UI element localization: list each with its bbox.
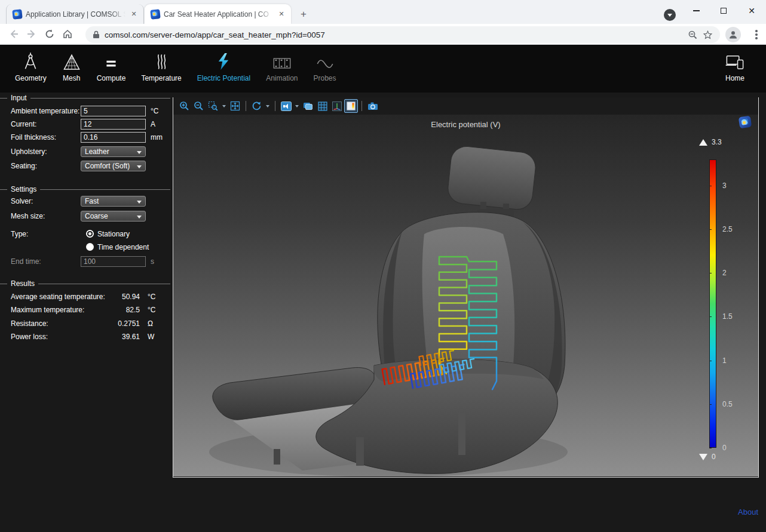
toolbar-item-label: Animation	[266, 74, 298, 82]
toolbar-item-mesh[interactable]: Mesh	[54, 51, 89, 82]
result-row: Power loss: 39.61 W	[0, 331, 172, 342]
zoom-indicator-icon[interactable]	[688, 30, 698, 40]
tab-close-icon[interactable]: ✕	[277, 10, 286, 19]
default-view-icon[interactable]	[250, 99, 263, 113]
colorbar-tick: 3	[722, 182, 727, 190]
field-unit: s	[151, 256, 154, 267]
dropdown-value: Comfort (Soft)	[85, 161, 130, 171]
profile-avatar[interactable]	[725, 27, 741, 42]
radio-label: Stationary	[97, 229, 130, 239]
probes-wave-icon	[316, 51, 334, 71]
grid-icon[interactable]	[315, 99, 329, 113]
toolbar-item-probes[interactable]: Probes	[306, 51, 344, 82]
radio-label: Time dependent	[97, 242, 149, 253]
toolbar-item-label: Electric Potential	[197, 74, 250, 82]
scene-light-icon[interactable]	[279, 99, 293, 113]
zoom-box-dropdown-icon[interactable]	[220, 99, 228, 113]
result-unit: W	[148, 331, 154, 342]
zoom-extents-icon[interactable]	[228, 99, 242, 113]
result-unit: Ω	[148, 318, 153, 329]
sidebar-form: Input Ambient temperature: °C Current: A…	[0, 93, 172, 532]
tab-search-icon[interactable]	[664, 9, 676, 21]
section-title: Settings	[11, 185, 36, 193]
field-row-seating: Seating: Comfort (Soft)	[0, 161, 172, 171]
colorbar-tick: 2.5	[722, 225, 733, 233]
axes-orientation-icon[interactable]	[330, 99, 344, 113]
field-unit: A	[151, 119, 155, 130]
electric-bolt-icon	[215, 51, 232, 71]
field-row-upholstery: Upholstery: Leather	[0, 146, 172, 157]
field-label: Seating:	[11, 161, 37, 171]
home-icon[interactable]	[59, 25, 76, 43]
snapshot-camera-icon[interactable]	[366, 99, 379, 113]
car-seat-3d-model	[173, 115, 758, 476]
field-row-type: Type: Stationary	[0, 229, 172, 239]
tab-car-seat-heater[interactable]: Car Seat Heater Application | CO ✕	[145, 4, 291, 24]
window-maximize-button[interactable]	[710, 0, 737, 21]
toolbar-item-temperature[interactable]: Temperature	[133, 51, 189, 82]
section-header-results: Results	[0, 279, 170, 288]
tab-application-library[interactable]: Application Library | COMSOL Se ✕	[6, 4, 144, 24]
colorbar-tick: 2	[722, 269, 727, 277]
temperature-waves-icon	[153, 51, 170, 71]
lock-icon	[93, 30, 100, 39]
solver-dropdown[interactable]: Fast	[81, 196, 146, 207]
field-label: End time:	[11, 256, 41, 267]
bookmark-star-icon[interactable]	[703, 30, 713, 40]
graphics-canvas[interactable]: Electric potential (V)	[173, 115, 758, 476]
seating-dropdown[interactable]: Comfort (Soft)	[81, 161, 146, 171]
toolbar-item-home[interactable]: Home	[717, 51, 753, 82]
colorbar-tick: 1	[722, 356, 727, 365]
graphics-panel: Electric potential (V)	[173, 97, 759, 478]
colorbar-tick: 0.5	[722, 400, 733, 408]
scene-light-dropdown-icon[interactable]	[293, 99, 301, 113]
window-minimize-button[interactable]	[683, 0, 709, 21]
field-row-mesh-size: Mesh size: Coarse	[0, 211, 172, 222]
result-value: 39.61	[90, 331, 140, 342]
radio-stationary[interactable]	[86, 230, 94, 238]
toolbar-item-animation[interactable]: Animation	[258, 51, 305, 82]
tab-close-icon[interactable]: ✕	[129, 10, 139, 19]
section-title: Results	[11, 279, 35, 288]
toolbar-item-electric-potential[interactable]: Electric Potential	[189, 51, 258, 82]
browser-menu-icon[interactable]	[749, 27, 764, 42]
toolbar-item-compute[interactable]: Compute	[89, 51, 134, 82]
window-close-button[interactable]: ✕	[739, 0, 765, 21]
min-triangle-icon	[699, 454, 707, 460]
result-row: Resistance: 0.2751 Ω	[0, 318, 172, 329]
current-input[interactable]	[81, 119, 146, 130]
field-row-current: Current: A	[0, 119, 172, 130]
colorbar-min-marker: 0	[699, 453, 716, 461]
toolbar-item-label: Mesh	[63, 74, 80, 82]
dropdown-value: Fast	[85, 196, 99, 207]
transparency-icon[interactable]	[301, 99, 315, 113]
result-unit: °C	[148, 291, 155, 302]
app-toolbar: Geometry Mesh Compute Temperature Electr…	[0, 45, 766, 93]
zoom-out-icon[interactable]	[192, 99, 206, 113]
section-header-input: Input	[0, 94, 170, 102]
forward-icon[interactable]	[23, 25, 41, 43]
toolbar-item-geometry[interactable]: Geometry	[7, 51, 54, 82]
zoom-in-icon[interactable]	[177, 99, 191, 113]
ambient-temperature-input[interactable]	[81, 106, 146, 116]
field-row-foil-thickness: Foil thickness: mm	[0, 132, 172, 143]
field-label: Upholstery:	[11, 146, 47, 157]
color-legend-icon[interactable]	[344, 99, 358, 113]
zoom-box-icon[interactable]	[206, 99, 220, 113]
toolbar-item-label: Geometry	[15, 74, 47, 82]
url-text: comsol.com/server-demo/app/car_seat_heat…	[105, 30, 683, 39]
about-link[interactable]: About	[738, 508, 758, 516]
upholstery-dropdown[interactable]: Leather	[81, 146, 146, 157]
reload-icon[interactable]	[41, 25, 59, 43]
new-tab-button[interactable]: +	[296, 7, 311, 21]
tab-title: Car Seat Heater Application | CO	[164, 10, 273, 19]
field-row-solver: Solver: Fast	[0, 196, 172, 207]
foil-thickness-input[interactable]	[81, 132, 146, 143]
dropdown-value: Coarse	[85, 211, 108, 222]
mesh-size-dropdown[interactable]: Coarse	[81, 211, 146, 222]
animation-film-icon	[272, 51, 292, 71]
back-icon[interactable]	[5, 25, 23, 43]
radio-time-dependent[interactable]	[86, 243, 94, 251]
address-bar[interactable]: comsol.com/server-demo/app/car_seat_heat…	[85, 26, 720, 43]
default-view-dropdown-icon[interactable]	[264, 99, 271, 113]
